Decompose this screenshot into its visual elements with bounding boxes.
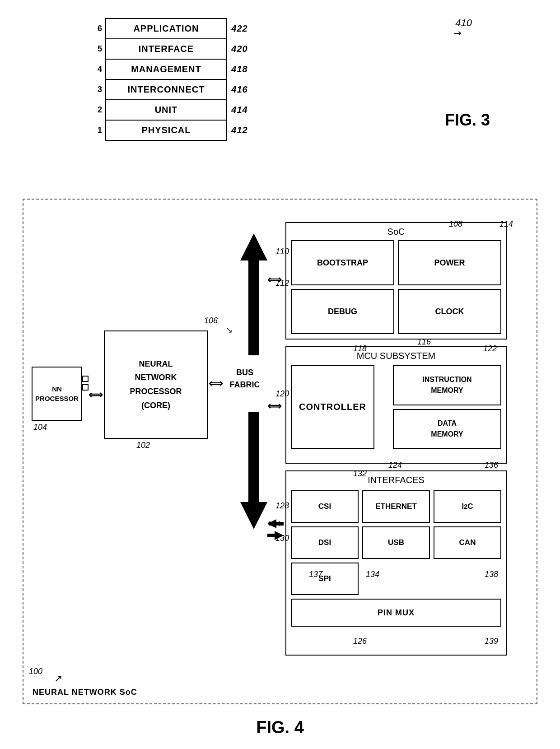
iface-dsi: DSI bbox=[291, 526, 359, 559]
fig4-title: FIG. 4 bbox=[256, 718, 304, 737]
stack-row: 3INTERCONNECT416 bbox=[95, 79, 248, 100]
svg-marker-1 bbox=[240, 233, 267, 261]
iface-spi: SPI bbox=[291, 563, 359, 595]
stack-row-ref: 422 bbox=[227, 19, 248, 39]
soc-power: POWER bbox=[398, 240, 501, 285]
soc-title: SoC bbox=[387, 227, 405, 237]
stack-row-num: 5 bbox=[95, 39, 106, 59]
stack-row: 5INTERFACE420 bbox=[95, 39, 248, 59]
soc-bootstrap: BOOTSTRAP bbox=[291, 240, 394, 285]
controller-label: CONTROLLER bbox=[299, 402, 366, 412]
iface-bidirectional-arrow-svg bbox=[267, 518, 284, 541]
nnp-core-box: NEURALNETWORKPROCESSOR(CORE) bbox=[104, 330, 208, 439]
interfaces-box: INTERFACES CSI ETHERNET I2C DSI USB CAN … bbox=[285, 470, 507, 656]
svg-marker-3 bbox=[240, 502, 267, 529]
ref-110: 110 bbox=[275, 247, 289, 256]
ref-120: 120 bbox=[275, 389, 289, 399]
ref-114: 114 bbox=[499, 219, 513, 229]
nn-processor-label: NNPROCESSOR bbox=[35, 384, 79, 403]
ref-106: 106 bbox=[204, 316, 218, 326]
stack-row-label: MANAGEMENT bbox=[106, 59, 227, 79]
instruction-memory-box: INSTRUCTIONMEMORY bbox=[393, 365, 501, 405]
stack-row-num: 2 bbox=[95, 100, 106, 120]
soc-debug: DEBUG bbox=[291, 289, 394, 334]
arrow-nn-nnpcore-icon: ⟺ bbox=[89, 389, 103, 401]
fig4-outer-box: NEURAL NETWORK SoC 100 ↗ NNPROCESSOR 104… bbox=[23, 199, 537, 704]
ref-118: 118 bbox=[353, 344, 367, 354]
ref-112: 112 bbox=[275, 279, 289, 288]
ref-124: 124 bbox=[388, 461, 402, 470]
soc-box: SoC BOOTSTRAP POWER DEBUG CLOCK bbox=[285, 222, 507, 340]
svg-rect-2 bbox=[248, 412, 259, 511]
data-memory-box: DATAMEMORY bbox=[393, 409, 501, 449]
stack-row: 4MANAGEMENT418 bbox=[95, 59, 248, 79]
ref-100: 100 bbox=[29, 667, 42, 676]
ref-106-arrow-icon: ↘ bbox=[226, 325, 233, 335]
ref-116: 116 bbox=[417, 337, 431, 347]
soc-inner-grid: BOOTSTRAP POWER DEBUG CLOCK bbox=[291, 240, 501, 334]
iface-can: CAN bbox=[434, 526, 501, 559]
svg-rect-0 bbox=[248, 256, 259, 355]
nnp-core-label: NEURALNETWORKPROCESSOR(CORE) bbox=[130, 357, 182, 412]
fig3-title: FIG. 3 bbox=[445, 111, 490, 130]
ref-134: 134 bbox=[366, 570, 379, 579]
ref-126: 126 bbox=[353, 637, 367, 646]
mcu-box: MCU SUBSYSTEM CONTROLLER INSTRUCTIONMEMO… bbox=[285, 346, 507, 464]
arrow-nnpcore-bus-icon: ⟺ bbox=[209, 378, 223, 390]
ref-128: 128 bbox=[275, 501, 289, 511]
iface-double-arrow-icon bbox=[267, 518, 284, 541]
stack-row-label: INTERCONNECT bbox=[106, 79, 227, 100]
ref-136: 136 bbox=[485, 461, 498, 470]
stack-row-num: 4 bbox=[95, 59, 106, 79]
stack-row: 6APPLICATION422 bbox=[95, 19, 248, 39]
stack-row-ref: 412 bbox=[227, 120, 248, 140]
nn-processor-box: NNPROCESSOR bbox=[32, 367, 82, 421]
iface-row-1: CSI ETHERNET I2C bbox=[291, 490, 501, 523]
ref-139: 139 bbox=[485, 637, 498, 646]
iface-csi: CSI bbox=[291, 490, 359, 523]
stack-row-ref: 414 bbox=[227, 100, 248, 120]
stack-row-ref: 420 bbox=[227, 39, 248, 59]
pin-mux-box: PIN MUX bbox=[291, 599, 501, 627]
stack-row-label: INTERFACE bbox=[106, 39, 227, 59]
stack-row-num: 3 bbox=[95, 79, 106, 100]
ref-137: 137 bbox=[309, 570, 322, 579]
ref-102: 102 bbox=[136, 441, 150, 450]
controller-box: CONTROLLER bbox=[291, 365, 374, 449]
stack-row-num: 6 bbox=[95, 19, 106, 39]
ref-138: 138 bbox=[485, 570, 498, 579]
stack-table: 6APPLICATION4225INTERFACE4204MANAGEMENT4… bbox=[95, 18, 248, 141]
iface-ethernet: ETHERNET bbox=[362, 490, 430, 523]
stack-row-ref: 418 bbox=[227, 59, 248, 79]
svg-marker-5 bbox=[267, 531, 284, 540]
iface-usb: USB bbox=[362, 526, 430, 559]
mcu-title: MCU SUBSYSTEM bbox=[357, 351, 435, 361]
stack-row-label: APPLICATION bbox=[106, 19, 227, 39]
stack-row: 2UNIT414 bbox=[95, 100, 248, 120]
nn-processor-dots bbox=[82, 376, 89, 391]
nn-dot-2 bbox=[82, 384, 89, 391]
stack-row: 1PHYSICAL412 bbox=[95, 120, 248, 140]
stack-row-ref: 416 bbox=[227, 79, 248, 100]
stack-row-label: UNIT bbox=[106, 100, 227, 120]
big-arrow-up-svg bbox=[236, 224, 272, 360]
ref-122: 122 bbox=[483, 344, 497, 354]
ref-132: 132 bbox=[353, 469, 367, 479]
big-arrow-down-svg bbox=[236, 407, 272, 543]
iface-title: INTERFACES bbox=[368, 475, 425, 485]
mcu-memory-section: INSTRUCTIONMEMORY DATAMEMORY bbox=[393, 365, 501, 449]
ref-108: 108 bbox=[449, 219, 462, 229]
iface-i2c: I2C bbox=[434, 490, 501, 523]
svg-marker-4 bbox=[267, 519, 284, 528]
nn-dot-1 bbox=[82, 376, 89, 382]
ref-100-arrow-icon: ↗ bbox=[54, 673, 62, 684]
ref-104: 104 bbox=[33, 423, 47, 432]
bus-fabric-label: BUSFABRIC bbox=[226, 367, 264, 391]
stack-row-num: 1 bbox=[95, 120, 106, 140]
stack-row-label: PHYSICAL bbox=[106, 120, 227, 140]
neural-network-soc-label: NEURAL NETWORK SoC bbox=[33, 688, 137, 697]
iface-row-2: DSI USB CAN bbox=[291, 526, 501, 559]
arrow-bus-mcu-icon: ⟺ bbox=[267, 400, 282, 412]
soc-clock: CLOCK bbox=[398, 289, 501, 334]
